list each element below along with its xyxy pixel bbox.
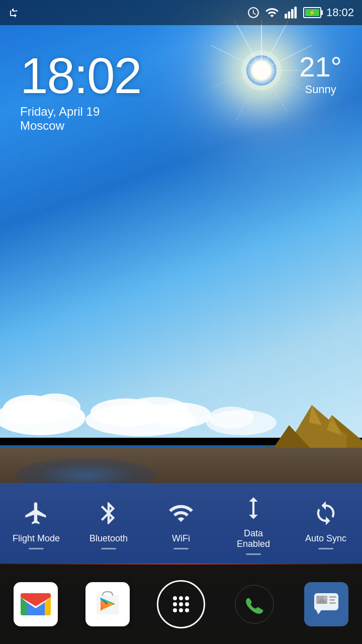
data-label: Data Enabled	[237, 528, 270, 549]
clock-date: Friday, April 19	[20, 105, 141, 119]
svg-rect-31	[285, 14, 287, 18]
quick-settings-data[interactable]: Data Enabled	[228, 492, 279, 555]
weather-description: Sunny	[299, 83, 342, 96]
separator-line	[0, 564, 362, 565]
svg-point-47	[173, 608, 177, 612]
svg-point-41	[173, 596, 177, 600]
svg-rect-55	[329, 596, 336, 598]
bluetooth-label: Bluetooth	[89, 533, 128, 544]
svg-rect-56	[329, 599, 335, 601]
svg-marker-58	[316, 610, 321, 614]
wifi-label: WiFi	[172, 533, 190, 544]
weather-widget: 21° Sunny	[299, 50, 342, 96]
wifi-qs-icon	[165, 497, 197, 529]
data-indicator	[246, 553, 261, 555]
clock-location: Moscow	[20, 119, 141, 133]
auto-sync-label: Auto Sync	[305, 533, 346, 544]
battery-icon: ⚡	[303, 7, 321, 18]
svg-point-43	[185, 596, 189, 600]
auto-sync-icon	[310, 497, 342, 529]
alarm-icon	[247, 6, 260, 19]
svg-point-48	[179, 608, 183, 612]
svg-point-19	[151, 403, 211, 428]
flight-mode-label: Flight Mode	[13, 533, 60, 544]
wifi-indicator	[173, 548, 189, 549]
dock	[0, 565, 362, 644]
data-icon	[237, 492, 269, 524]
messaging-app-icon[interactable]	[304, 582, 348, 626]
phone-app-icon[interactable]	[232, 582, 277, 626]
auto-sync-indicator	[318, 548, 333, 549]
svg-point-42	[179, 596, 183, 600]
svg-point-54	[324, 596, 327, 599]
svg-point-46	[185, 602, 189, 606]
svg-rect-33	[291, 9, 294, 19]
quick-settings-auto-sync[interactable]: Auto Sync	[301, 497, 351, 549]
svg-point-49	[185, 608, 189, 612]
svg-rect-32	[288, 12, 291, 19]
apps-drawer-button[interactable]	[157, 580, 205, 628]
status-bar: ⚡ 18:02	[0, 0, 362, 25]
svg-point-44	[173, 602, 177, 606]
quick-settings-bluetooth[interactable]: Bluetooth	[83, 497, 134, 549]
flight-mode-icon	[20, 497, 52, 529]
bluetooth-indicator	[101, 548, 116, 549]
play-store-app-icon[interactable]	[85, 582, 130, 626]
quick-settings-flight-mode[interactable]: Flight Mode	[11, 497, 61, 549]
wifi-icon	[265, 6, 279, 20]
svg-point-50	[235, 585, 274, 623]
svg-point-12	[251, 60, 272, 80]
quick-settings-wifi[interactable]: WiFi	[156, 497, 206, 549]
usb-icon	[8, 7, 20, 19]
svg-rect-34	[294, 7, 297, 18]
clock-widget: 18:02 Friday, April 19 Moscow	[20, 50, 141, 133]
sun-decoration	[211, 20, 312, 121]
svg-point-15	[30, 393, 80, 422]
bluetooth-icon	[93, 497, 125, 529]
signal-icon	[284, 6, 298, 20]
flight-mode-indicator	[29, 548, 44, 549]
status-time: 18:02	[326, 6, 354, 19]
gmail-app-icon[interactable]	[14, 582, 58, 626]
svg-rect-57	[329, 602, 336, 604]
weather-temperature: 21°	[299, 50, 342, 83]
clock-time: 18:02	[20, 50, 141, 101]
svg-point-45	[179, 602, 183, 606]
quick-settings-bar: Flight Mode Bluetooth WiFi Data Enabled	[0, 483, 362, 564]
